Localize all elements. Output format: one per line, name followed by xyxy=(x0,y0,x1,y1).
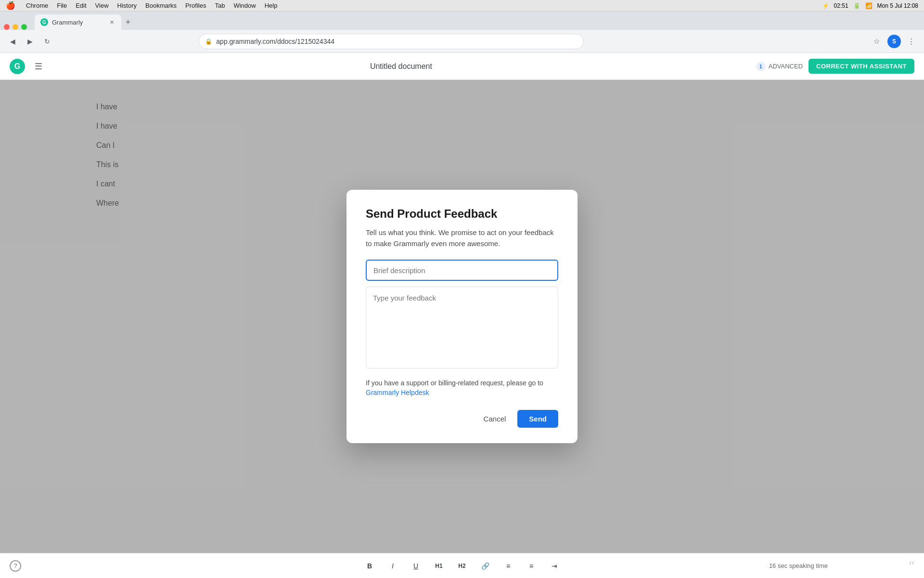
feedback-textarea[interactable] xyxy=(366,287,558,368)
tab-bar: G Grammarly ✕ + xyxy=(0,12,924,30)
modal-overlay: Send Product Feedback Tell us what you t… xyxy=(0,80,924,553)
datetime-label: Mon 5 Jul 12:08 xyxy=(877,2,918,9)
chrome-menu-button[interactable]: ⋮ xyxy=(905,35,918,48)
grammarly-toolbar: G ☰ Untitled document 1 ADVANCED CORRECT… xyxy=(0,53,924,80)
menu-profiles[interactable]: Profiles xyxy=(185,2,206,9)
menu-chrome[interactable]: Chrome xyxy=(26,2,48,9)
power-icon: 🔋 xyxy=(853,2,860,9)
wifi-icon: 📶 xyxy=(865,2,873,9)
forward-button[interactable]: ▶ xyxy=(23,35,37,48)
menu-bookmarks[interactable]: Bookmarks xyxy=(145,2,177,9)
ordered-list-button[interactable]: ≡ xyxy=(500,558,516,574)
back-button[interactable]: ◀ xyxy=(6,35,19,48)
menu-file[interactable]: File xyxy=(57,2,67,9)
quote-marks-decoration: " xyxy=(909,558,914,574)
document-area[interactable]: I have I have Can I This is I cant Where… xyxy=(0,80,924,553)
reload-button[interactable]: ↻ xyxy=(40,35,54,48)
menu-history[interactable]: History xyxy=(117,2,137,9)
cancel-button[interactable]: Cancel xyxy=(478,411,512,427)
battery-time: 02:51 xyxy=(834,2,848,9)
menu-edit[interactable]: Edit xyxy=(76,2,86,9)
modal-description: Tell us what you think. We promise to ac… xyxy=(366,227,558,249)
h2-button[interactable]: H2 xyxy=(454,558,470,574)
hamburger-menu-button[interactable]: ☰ xyxy=(31,59,46,74)
helpdesk-link[interactable]: Grammarly Helpdesk xyxy=(366,389,558,396)
tab-favicon: G xyxy=(40,18,48,26)
document-title: Untitled document xyxy=(52,62,750,71)
speaking-time-label: 16 sec speaking time xyxy=(769,562,828,569)
grammarly-logo: G xyxy=(10,59,25,74)
address-bar-right: ☆ S ⋮ xyxy=(870,35,918,48)
help-button[interactable]: ? xyxy=(10,560,21,572)
minimize-window-button[interactable] xyxy=(13,24,18,30)
address-bar: ◀ ▶ ↻ 🔒 app.grammarly.com/ddocs/12150243… xyxy=(0,30,924,53)
menu-help[interactable]: Help xyxy=(265,2,278,9)
italic-button[interactable]: I xyxy=(385,558,400,574)
indent-button[interactable]: ⇥ xyxy=(547,558,562,574)
issue-count-badge: 1 xyxy=(756,62,766,71)
brief-description-input[interactable] xyxy=(366,260,558,281)
menu-tab[interactable]: Tab xyxy=(215,2,225,9)
tab-close-button[interactable]: ✕ xyxy=(108,18,116,26)
url-text: app.grammarly.com/ddocs/1215024344 xyxy=(216,38,334,45)
link-button[interactable]: 🔗 xyxy=(477,558,493,574)
profile-avatar[interactable]: S xyxy=(887,35,901,48)
toolbar-right: 1 ADVANCED CORRECT WITH ASSISTANT xyxy=(756,59,914,74)
fullscreen-window-button[interactable] xyxy=(21,24,27,30)
lock-icon: 🔒 xyxy=(205,38,212,45)
url-bar[interactable]: 🔒 app.grammarly.com/ddocs/1215024344 xyxy=(199,34,584,49)
tab-label: Grammarly xyxy=(52,19,83,26)
menu-bar-right: ⚡ 02:51 🔋 📶 Mon 5 Jul 12:08 xyxy=(822,2,918,9)
advanced-label: ADVANCED xyxy=(769,63,803,70)
traffic-lights xyxy=(4,24,27,30)
underline-button[interactable]: U xyxy=(408,558,424,574)
browser-frame: G Grammarly ✕ + ◀ ▶ ↻ 🔒 app.grammarly.co… xyxy=(0,12,924,578)
bookmark-button[interactable]: ☆ xyxy=(870,35,884,48)
support-text: If you have a support or billing-related… xyxy=(366,379,558,387)
close-window-button[interactable] xyxy=(4,24,10,30)
new-tab-button[interactable]: + xyxy=(121,15,135,29)
menu-window[interactable]: Window xyxy=(233,2,256,9)
modal-actions: Cancel Send xyxy=(366,410,558,428)
feedback-modal: Send Product Feedback Tell us what you t… xyxy=(346,190,578,443)
battery-status-icon: ⚡ xyxy=(822,2,829,9)
correct-with-assistant-button[interactable]: CORRECT WITH ASSISTANT xyxy=(808,59,914,74)
grammarly-tab[interactable]: G Grammarly ✕ xyxy=(35,14,121,30)
menu-view[interactable]: View xyxy=(95,2,109,9)
apple-menu-icon[interactable]: 🍎 xyxy=(6,1,15,10)
modal-title: Send Product Feedback xyxy=(366,207,558,221)
bold-button[interactable]: B xyxy=(362,558,377,574)
h1-button[interactable]: H1 xyxy=(431,558,447,574)
send-button[interactable]: Send xyxy=(517,410,558,428)
format-bar: ? B I U H1 H2 🔗 ≡ ≡ ⇥ 16 sec speaking ti… xyxy=(0,553,924,578)
menu-bar: 🍎 Chrome File Edit View History Bookmark… xyxy=(0,0,924,12)
unordered-list-button[interactable]: ≡ xyxy=(524,558,539,574)
advanced-badge[interactable]: 1 ADVANCED xyxy=(756,62,803,71)
content-area: G ☰ Untitled document 1 ADVANCED CORRECT… xyxy=(0,53,924,578)
